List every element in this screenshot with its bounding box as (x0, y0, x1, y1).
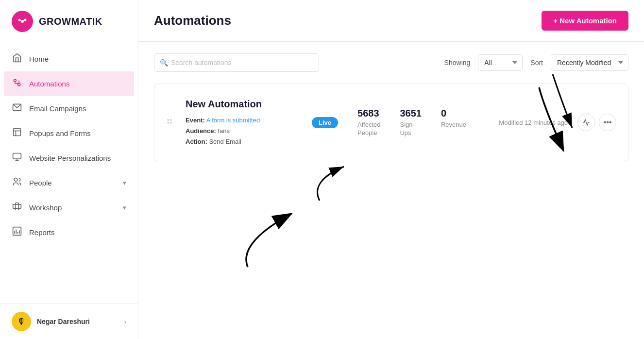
svg-rect-9 (14, 129, 21, 136)
svg-rect-16 (13, 227, 21, 236)
sort-label: Sort (530, 59, 543, 67)
sidebar-item-home[interactable]: Home (0, 47, 138, 71)
automation-actions: ••• (577, 114, 616, 131)
automations-icon (12, 78, 22, 90)
search-wrap: 🔍 (154, 53, 319, 72)
drag-handle-icon (166, 118, 176, 127)
new-automation-button[interactable]: + New Automation (542, 11, 628, 31)
sidebar-item-people[interactable]: People ▾ (0, 170, 138, 195)
action-value: Send Email (209, 138, 241, 145)
filter-bar: 🔍 Showing All Live Paused Draft Sort Rec… (154, 53, 628, 72)
main-content: Automations + New Automation 🔍 Showing A… (138, 0, 644, 339)
sort-select[interactable]: Recently Modified Name Date Created (551, 54, 628, 71)
popups-forms-label: Popups and Forms (29, 129, 91, 137)
email-campaigns-label: Email Campaigns (29, 104, 86, 113)
stat-revenue: 0 Revenue (441, 108, 466, 137)
automation-list: New Automation Event: A form is submitte… (154, 84, 628, 161)
sidebar-item-popups-forms[interactable]: Popups and Forms (0, 121, 138, 146)
home-icon (12, 53, 22, 65)
ellipsis-icon: ••• (604, 118, 612, 127)
stat-signups: 3651 Sign-Ups (400, 108, 422, 137)
workshop-icon (12, 202, 22, 214)
logo-text: GROWMATIK (39, 16, 102, 27)
logo-icon (12, 11, 33, 32)
email-icon (12, 102, 22, 115)
stat-signups-label: Sign-Ups (400, 121, 422, 137)
showing-label: Showing (444, 59, 471, 67)
live-badge: Live (312, 117, 338, 128)
user-name: Negar Dareshuri (37, 318, 119, 325)
sidebar-item-automations[interactable]: Automations (4, 71, 134, 96)
page-title: Automations (154, 13, 231, 28)
automation-stats: 5683 AffectedPeople 3651 Sign-Ups 0 Reve… (357, 108, 466, 137)
audience-label: Audience: (186, 127, 216, 135)
automations-label: Automations (29, 80, 69, 88)
sidebar-nav: Home Automations Email Campaigns (0, 43, 138, 304)
user-profile[interactable]: 🎙 Negar Dareshuri › (0, 304, 138, 339)
automation-name: New Automation (186, 98, 302, 110)
action-label: Action: (186, 138, 207, 145)
svg-point-15 (14, 178, 17, 182)
main-header: Automations + New Automation (138, 0, 644, 42)
event-value: A form is submitted (206, 117, 260, 124)
home-label: Home (29, 55, 49, 63)
automation-info: New Automation Event: A form is submitte… (186, 98, 302, 147)
sidebar: GROWMATIK Home Automations (0, 0, 138, 339)
website-icon (12, 152, 22, 164)
reports-label: Reports (29, 228, 55, 237)
svg-rect-23 (168, 122, 169, 123)
stat-affected-value: 5683 (357, 108, 380, 119)
stat-affected-label: AffectedPeople (357, 121, 380, 137)
user-arrow: › (124, 318, 126, 325)
workshop-label: Workshop (29, 203, 62, 212)
svg-rect-12 (13, 153, 21, 159)
people-icon (12, 177, 22, 189)
showing-select[interactable]: All Live Paused Draft (478, 54, 523, 71)
event-label: Event: (186, 117, 205, 124)
main-body: 🔍 Showing All Live Paused Draft Sort Rec… (138, 42, 644, 339)
chart-button[interactable] (577, 114, 595, 131)
people-arrow: ▾ (123, 179, 126, 186)
search-icon: 🔍 (160, 59, 168, 67)
logo: GROWMATIK (0, 0, 138, 43)
sidebar-item-website-personalizations[interactable]: Website Personalizations (0, 146, 138, 170)
sidebar-item-reports[interactable]: Reports (0, 220, 138, 245)
people-label: People (29, 179, 52, 187)
svg-rect-21 (168, 119, 169, 120)
svg-point-5 (14, 79, 16, 82)
search-input[interactable] (154, 53, 319, 72)
automation-modified: Modified 12 minutes ago (499, 119, 568, 126)
stat-affected-people: 5683 AffectedPeople (357, 108, 380, 137)
stat-signups-value: 3651 (400, 108, 422, 119)
automation-meta: Event: A form is submitted Audience: fan… (186, 115, 302, 147)
svg-rect-22 (170, 119, 171, 120)
automation-item: New Automation Event: A form is submitte… (154, 84, 628, 161)
sidebar-item-email-campaigns[interactable]: Email Campaigns (0, 96, 138, 121)
avatar: 🎙 (12, 312, 31, 331)
stat-revenue-label: Revenue (441, 121, 466, 129)
reports-icon (12, 226, 22, 238)
svg-rect-24 (170, 122, 171, 123)
sidebar-item-workshop[interactable]: Workshop ▾ (0, 195, 138, 220)
popups-icon (12, 127, 22, 139)
audience-value: fans (218, 127, 230, 135)
website-personalizations-label: Website Personalizations (29, 154, 111, 162)
workshop-arrow: ▾ (123, 204, 126, 211)
stat-revenue-value: 0 (441, 108, 466, 119)
more-options-button[interactable]: ••• (599, 114, 616, 131)
